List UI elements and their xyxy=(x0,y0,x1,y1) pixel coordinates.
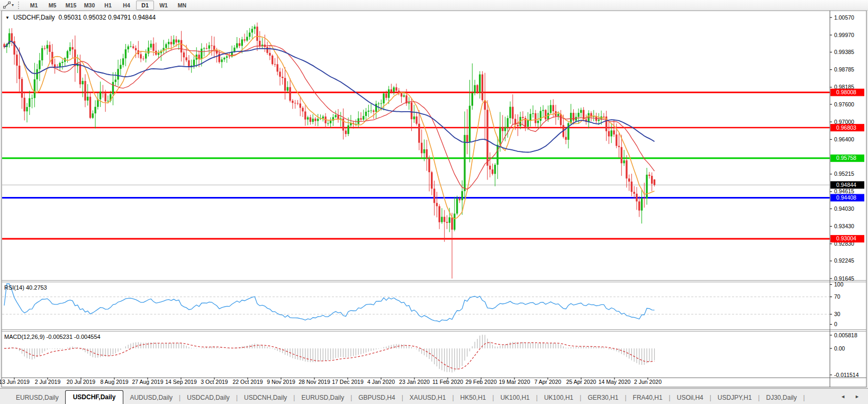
price-badge-label: 0.94408 xyxy=(836,194,856,201)
tab-scroll-left-icon[interactable]: ◄ xyxy=(839,392,846,401)
macd-tick-label: 0.00 xyxy=(834,345,845,352)
date-tick-label: 27 Aug 2019 xyxy=(132,379,164,385)
chart-title: ▼ USDCHF,Daily 0.95031 0.95032 0.94791 0… xyxy=(5,14,156,21)
price-badge-label: 0.95758 xyxy=(836,155,856,161)
date-axis-line xyxy=(2,378,866,378)
chart-tab-usdcad-daily[interactable]: USDCAD,Daily xyxy=(180,392,236,404)
chart-tab-fra40-h1[interactable]: FRA40,H1 xyxy=(627,392,669,404)
timeframe-button-h4[interactable]: H4 xyxy=(117,1,135,10)
macd-tick-label: 0.005818 xyxy=(834,332,857,338)
date-tick-label: 2 Jul 2019 xyxy=(35,379,61,385)
timeframe-button-w1[interactable]: W1 xyxy=(155,1,173,10)
rsi-value: 40.2753 xyxy=(26,284,47,291)
price-tick-label: 1.00570 xyxy=(834,14,854,21)
price-tick-label: 0.99970 xyxy=(834,32,854,38)
chart-tab-eurusd-daily[interactable]: EURUSD,Daily xyxy=(10,392,65,404)
chevron-down-icon: ▾ xyxy=(12,3,14,7)
tab-separator: | xyxy=(803,392,805,404)
chart-tab-uk100-h1[interactable]: UK100,H1 xyxy=(538,392,580,404)
bid-price-label: 0.94844 xyxy=(836,182,856,188)
date-tick-label: 9 Nov 2019 xyxy=(267,379,295,385)
macd-name: MACD(12,26,9) xyxy=(4,334,44,340)
price-tick-label: 0.96400 xyxy=(834,136,854,142)
timeframe-button-m1[interactable]: M1 xyxy=(25,1,43,10)
timeframe-button-d1[interactable]: D1 xyxy=(136,1,154,10)
mt4-window: 1.005700.999700.993850.987850.981850.976… xyxy=(0,0,868,404)
chart-tab-hk50-h1[interactable]: HK50,H1 xyxy=(454,392,493,404)
macd-signal-value: -0.004554 xyxy=(74,334,101,340)
rsi-tick-label: 0 xyxy=(834,321,837,327)
macd-indicator-label: MACD(12,26,9) -0.005231 -0.004554 xyxy=(4,334,101,340)
chart-tab-ger30-h1[interactable]: GER30,H1 xyxy=(581,392,625,404)
tab-scroll-arrows: ◄ ► xyxy=(839,389,861,404)
rsi-tick-label: 100 xyxy=(834,281,844,288)
timeframe-button-m5[interactable]: M5 xyxy=(43,1,61,10)
chart-tab-usoil-h4[interactable]: USOil,H4 xyxy=(671,392,710,404)
pane-splitter[interactable] xyxy=(2,280,866,281)
chart-tab-usdchf-daily[interactable]: USDCHF,Daily xyxy=(65,390,124,404)
timeframe-button-h1[interactable]: H1 xyxy=(99,1,117,10)
line-studies-icon xyxy=(3,2,11,8)
pane-splitter[interactable] xyxy=(2,282,866,282)
price-tick-label: 0.98785 xyxy=(834,66,854,73)
chart-canvas: 1.005700.999700.993850.987850.981850.976… xyxy=(0,0,868,404)
price-badge-label: 0.96803 xyxy=(836,124,856,131)
toolbar-grip xyxy=(18,2,22,9)
chart-tab-eurusd-daily[interactable]: EURUSD,Daily xyxy=(295,392,350,404)
price-badge-label: 0.98008 xyxy=(836,89,856,95)
macd-main-value: -0.005231 xyxy=(46,334,73,340)
price-badge-label: 0.93004 xyxy=(836,235,856,241)
ohlc-quotes: 0.95031 0.95032 0.94791 0.94844 xyxy=(59,14,156,21)
chart-tab-xauusd-h1[interactable]: XAUUSD,H1 xyxy=(403,392,453,404)
date-tick-label: 11 Feb 2020 xyxy=(432,379,463,385)
symbol-label: USDCHF,Daily xyxy=(13,14,55,21)
price-tick-label: 0.92245 xyxy=(834,257,854,264)
tab-scroll-right-icon[interactable]: ► xyxy=(854,392,861,401)
date-tick-label: 7 Apr 2020 xyxy=(535,379,562,385)
date-tick-label: 17 Dec 2019 xyxy=(332,379,364,385)
chart-tab-dj30-daily[interactable]: DJ30,Daily xyxy=(760,392,803,404)
chart-tabs-bar: EURUSD,DailyUSDCHF,DailyAUDUSD,Daily|USD… xyxy=(0,388,868,404)
rsi-name: RSI(14) xyxy=(4,284,24,291)
line-studies-button[interactable]: ▾ xyxy=(1,1,16,9)
date-tick-label: 20 Jul 2019 xyxy=(67,379,95,385)
price-tick-label: 0.97600 xyxy=(834,101,854,107)
date-tick-label: 8 Aug 2019 xyxy=(100,379,128,385)
price-tick-label: 0.93430 xyxy=(834,223,854,229)
price-tick-label: 0.99385 xyxy=(834,49,854,55)
symbol-dropdown-icon[interactable]: ▼ xyxy=(5,15,10,20)
chart-tab-usdcnh-daily[interactable]: USDCNH,Daily xyxy=(238,392,293,404)
timeframe-button-mn[interactable]: MN xyxy=(173,1,191,10)
chart-tabs: EURUSD,DailyUSDCHF,DailyAUDUSD,Daily|USD… xyxy=(10,389,805,404)
date-tick-label: 14 May 2020 xyxy=(599,379,631,385)
date-tick-label: 13 Jun 2019 xyxy=(0,379,30,385)
chart-surface[interactable] xyxy=(2,11,830,280)
rsi-indicator-label: RSI(14) 40.2753 xyxy=(4,284,47,291)
price-tick-label: 0.94615 xyxy=(834,188,854,194)
date-tick-label: 3 Oct 2019 xyxy=(201,379,228,385)
chart-tab-usdjpy-h1[interactable]: USDJPY,H1 xyxy=(711,392,758,404)
date-tick-label: 4 Jan 2020 xyxy=(367,379,395,385)
price-tick-label: 0.95215 xyxy=(834,170,854,177)
toolbar: ▾ M1M5M15M30H1H4D1W1MN xyxy=(0,0,868,11)
timeframe-button-m30[interactable]: M30 xyxy=(80,1,98,10)
date-tick-label: 23 Jan 2020 xyxy=(399,379,430,385)
chart-tab-uk100-h1[interactable]: UK100,H1 xyxy=(494,392,536,404)
rsi-tick-label: 70 xyxy=(834,293,840,300)
price-tick-label: 0.94030 xyxy=(834,205,854,212)
date-tick-label: 28 Nov 2019 xyxy=(299,379,330,385)
chart-tab-gbpusd-h4[interactable]: GBPUSD,H4 xyxy=(352,392,401,404)
price-tick-label: 0.91645 xyxy=(834,275,854,282)
chart-tab-audusd-daily[interactable]: AUDUSD,Daily xyxy=(123,392,179,404)
macd-tick-label: -0.011514 xyxy=(834,372,859,378)
rsi-tick-label: 30 xyxy=(834,311,840,317)
date-tick-label: 29 Feb 2020 xyxy=(466,379,497,385)
pane-splitter[interactable] xyxy=(2,329,866,330)
date-tick-label: 14 Sep 2019 xyxy=(165,379,197,385)
timeframe-buttons: M1M5M15M30H1H4D1W1MN xyxy=(25,1,191,10)
date-tick-label: 2 Jun 2020 xyxy=(634,379,662,385)
timeframe-button-m15[interactable]: M15 xyxy=(62,1,80,10)
pane-splitter[interactable] xyxy=(2,331,866,331)
date-tick-label: 22 Oct 2019 xyxy=(232,379,263,385)
date-tick-label: 25 Apr 2020 xyxy=(566,379,596,385)
